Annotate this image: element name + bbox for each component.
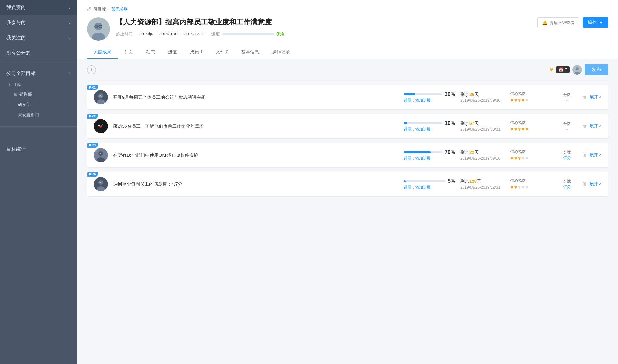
kr-delete-button-kr1[interactable]: 🗑	[582, 94, 587, 100]
goal-title-area: 【人力资源部】提高内部员工敬业度和工作满意度 起止时间 2019年 2019/0…	[116, 17, 531, 37]
sidebar-divider	[0, 63, 77, 63]
kr-confidence-kr3: 信心指数 ♥♥♥♥♥	[510, 149, 552, 161]
sidebar-item-my-followed[interactable]: 我关注的 ∨	[0, 30, 77, 45]
kr-progress-bar-kr3	[404, 151, 442, 153]
sidebar-item-all-public[interactable]: 所有公开的	[0, 45, 77, 61]
kr-progress-fill-kr3	[404, 151, 431, 153]
kr-add-progress-kr3[interactable]: 进展：添加进展	[404, 156, 455, 161]
kr-info-kr1: 开展9月每周五全体员工的会议与励志演讲主题	[113, 94, 398, 101]
heart-icon[interactable]: ♥	[549, 66, 553, 73]
star-filled-icon: ♥	[514, 155, 518, 161]
kr-add-progress-kr4[interactable]: 进展：添加进展	[404, 185, 455, 190]
kr-toolbar-left: +	[87, 65, 96, 74]
tab-progress[interactable]: 进度	[162, 46, 183, 59]
tab-files[interactable]: 文件 0	[209, 46, 235, 59]
kr-add-progress-kr1[interactable]: 进展：添加进展	[404, 98, 455, 103]
kr-title-kr2: 采访36名员工，了解他们改善工作文化的需求	[113, 123, 398, 130]
score-value: --	[566, 98, 568, 103]
star-filled-icon: ♥	[514, 126, 518, 132]
kr-expand-button-kr4[interactable]: 展开∨	[590, 181, 602, 187]
kr-date-range-kr4: 2019/08/26-2019/12/31	[460, 185, 505, 190]
kr-confidence-label-kr1: 信心指数	[510, 91, 552, 97]
kr-add-progress-kr2[interactable]: 进展：添加进展	[404, 127, 455, 132]
sidebar-item-stats[interactable]: 目标统计	[0, 142, 77, 157]
kr-date-range-kr3: 2019/08/26-2019/09/16	[460, 156, 505, 161]
sidebar-item-my-responsible[interactable]: 我负责的 ∨	[0, 0, 77, 15]
add-kr-button[interactable]: +	[87, 65, 96, 74]
tab-operation-log[interactable]: 操作记录	[266, 46, 296, 59]
star-filled-icon: ♥	[510, 126, 514, 132]
kr-score-section-kr1: 分数 --	[557, 92, 577, 103]
kr-days-num-kr4: 128	[469, 179, 477, 184]
score-link[interactable]: 评分	[563, 185, 571, 189]
kr-list: KR1 开展9月每周五全体员工的会议与励志演讲主题 30% 进展：添加进展 剩余…	[87, 85, 608, 197]
svg-point-18	[102, 122, 104, 125]
star-filled-icon: ♥	[510, 155, 514, 161]
kr-confidence-kr4: 信心指数 ♥♥♥♥♥	[510, 178, 552, 190]
kr-stars-kr4: ♥♥♥♥♥	[510, 184, 552, 190]
star-filled-icon: ♥	[514, 184, 518, 190]
sidebar-tree-item-rd[interactable]: 研发部	[0, 99, 77, 110]
kr-progress-kr3: 70% 进展：添加进展	[404, 149, 455, 161]
tab-key-results[interactable]: 关键成果	[87, 46, 118, 59]
sidebar-item-my-participated[interactable]: 我参与的 ∨	[0, 15, 77, 30]
kr-delete-button-kr2[interactable]: 🗑	[582, 123, 587, 129]
tab-dynamics[interactable]: 动态	[140, 46, 162, 59]
kr-info-kr2: 采访36名员工，了解他们改善工作文化的需求	[113, 123, 398, 130]
parent-target-row: 母目标： 暂无关联	[87, 6, 608, 12]
star-filled-icon: ♥	[518, 126, 521, 132]
sidebar-tree-item-sales[interactable]: ⊞ 销售部	[0, 89, 77, 99]
calendar-icon: 📅	[558, 67, 564, 72]
tab-members[interactable]: 成员 1	[183, 46, 209, 59]
sidebar-tree-item-tita[interactable]: ☐ Tita	[0, 80, 77, 89]
star-empty-icon: ♥	[525, 155, 529, 161]
tab-plan[interactable]: 计划	[118, 46, 140, 59]
remind-button[interactable]: 🔔 提醒上级查看	[537, 17, 579, 28]
kr-stars-kr2: ♥♥♥♥♥	[510, 126, 552, 132]
chevron-icon: ∨	[68, 36, 71, 40]
kr-days-text-kr4: 剩余128天	[460, 179, 505, 184]
kr-delete-button-kr4[interactable]: 🗑	[582, 181, 587, 187]
kr-progress-kr4: 5% 进展：添加进展	[404, 178, 455, 190]
calendar-badge[interactable]: 📅 7	[556, 66, 570, 73]
kr-confidence-label-kr4: 信心指数	[510, 178, 552, 183]
kr-days-num-kr1: 36	[469, 92, 474, 97]
sidebar-tree-item-no-dept[interactable]: 未设置部门	[0, 110, 77, 120]
operate-button[interactable]: 操作 ▼	[583, 17, 608, 28]
kr-percent-kr3: 70%	[445, 149, 455, 155]
tree-icon-tita: ☐	[9, 82, 13, 87]
sidebar-tree: ☐ Tita ⊞ 销售部 研发部 未设置部门	[0, 79, 77, 121]
kr-expand-button-kr3[interactable]: 展开∨	[590, 152, 602, 158]
kr-delete-button-kr3[interactable]: 🗑	[582, 152, 587, 158]
kr-confidence-label-kr3: 信心指数	[510, 149, 552, 154]
chevron-icon: ∨	[68, 5, 71, 10]
main-content: 母目标： 暂无关联 【人力资源部】提高内部员工敬业度和工作满意度	[77, 0, 618, 364]
sidebar-company-section-title[interactable]: 公司全部目标 ∧	[0, 66, 77, 79]
star-filled-icon: ♥	[510, 184, 514, 190]
kr-expand-button-kr1[interactable]: 展开∨	[590, 94, 602, 100]
kr-days-kr3: 剩余22天 2019/08/26-2019/09/16	[460, 150, 505, 161]
tabs-bar: 关键成果 计划 动态 进度 成员 1 文件 0 基本信息 操作记录	[87, 46, 608, 59]
kr-info-kr3: 在所有16个部门中使用OKR和Tita软件实施	[113, 152, 398, 159]
kr-progress-bar-kr1	[404, 93, 442, 95]
kr-toolbar-right: ♥ 📅 7 发布	[549, 64, 608, 75]
publish-button[interactable]: 发布	[585, 64, 608, 75]
kr-title-kr4: 达到至少每周员工的满意度：4.7分	[113, 181, 398, 188]
tab-basic-info[interactable]: 基本信息	[235, 46, 266, 59]
kr-days-text-kr1: 剩余36天	[460, 92, 505, 98]
star-empty-icon: ♥	[518, 184, 521, 190]
kr-score-section-kr2: 分数 --	[557, 121, 577, 132]
kr-days-kr2: 剩余67天 2019/08/26-2019/10/31	[460, 121, 505, 132]
score-link[interactable]: 评分	[563, 156, 571, 160]
kr-toolbar: + ♥ 📅 7 发布	[87, 59, 608, 81]
sidebar-divider-2	[0, 126, 77, 127]
kr-badge-kr2: KR2	[87, 114, 98, 119]
year-label: 2019年	[139, 31, 153, 37]
kr-days-text-kr3: 剩余22天	[460, 150, 505, 155]
kr-expand-button-kr2[interactable]: 展开∨	[590, 123, 602, 129]
toolbar-avatar[interactable]	[572, 65, 582, 75]
kr-progress-kr1: 30% 进展：添加进展	[404, 91, 455, 103]
kr-progress-fill-kr2	[404, 122, 407, 124]
tree-icon-sales: ⊞	[14, 92, 17, 97]
kr-actions-kr2: 🗑 展开∨	[582, 123, 602, 129]
